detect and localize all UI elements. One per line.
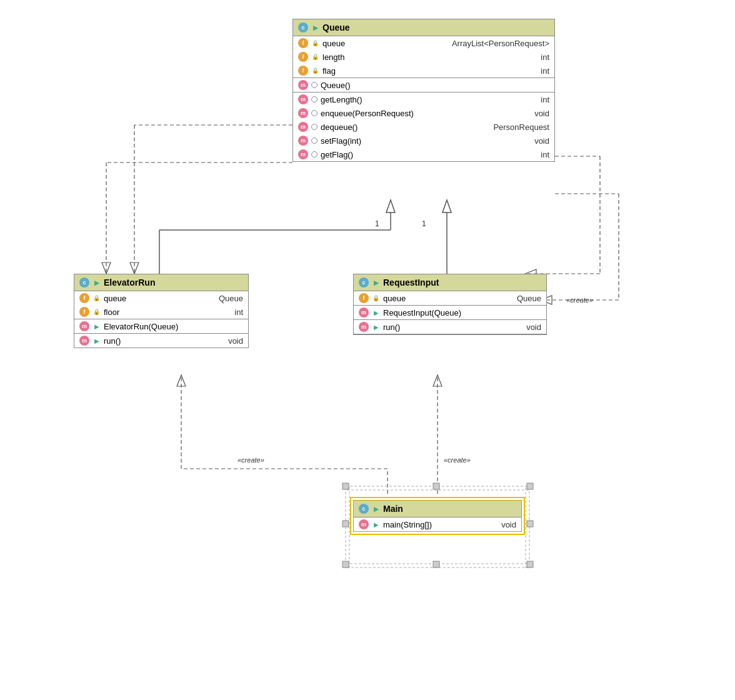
- field-lock-icon: 🔒: [92, 308, 101, 316]
- requestinput-class-header: c ▶ RequestInput: [354, 274, 546, 291]
- method-open-icon: [311, 124, 318, 130]
- elevatorrun-class-title: ElevatorRun: [104, 278, 155, 288]
- method-m-icon: m: [298, 149, 308, 159]
- svg-marker-31: [433, 375, 442, 386]
- method-m-icon: m: [298, 94, 308, 104]
- elevatorrun-field-queue: f 🔒 queue Queue: [74, 291, 248, 305]
- method-name: main(String[]): [383, 520, 498, 529]
- svg-rect-36: [346, 564, 529, 568]
- class-public-icon: ▶: [372, 505, 380, 513]
- elevatorrun-method-run: m ▶ run() void: [74, 334, 248, 348]
- svg-marker-13: [130, 262, 139, 274]
- method-name: Queue(): [321, 81, 546, 90]
- method-name: RequestInput(Queue): [383, 308, 538, 318]
- field-type: int: [541, 66, 549, 76]
- method-name: dequeue(): [321, 122, 490, 132]
- requestinput-constructor-section: m ▶ RequestInput(Queue): [354, 306, 546, 320]
- svg-marker-28: [177, 375, 186, 386]
- svg-text:1: 1: [422, 219, 426, 228]
- field-type: int: [541, 52, 549, 62]
- method-open-icon: [311, 110, 318, 116]
- method-type: void: [228, 336, 243, 346]
- field-lock-icon: 🔒: [311, 53, 319, 61]
- method-open-icon: [311, 151, 318, 158]
- elevatorrun-class-header: c ▶ ElevatorRun: [74, 274, 248, 291]
- method-green-icon: ▶: [372, 309, 380, 317]
- field-f-icon: f: [298, 38, 308, 48]
- field-name: queue: [383, 294, 514, 303]
- svg-marker-3: [386, 200, 395, 212]
- requestinput-class: c ▶ RequestInput f 🔒 queue Queue m ▶ Req…: [353, 274, 547, 335]
- queue-method-setflag: m setFlag(int) void: [293, 134, 554, 148]
- method-type: void: [534, 109, 549, 118]
- main-methods-section: m ▶ main(String[]) void: [354, 518, 521, 531]
- create-stereotype-label: «create»: [566, 296, 593, 304]
- svg-rect-34: [346, 486, 349, 568]
- field-type: ArrayList<PersonRequest>: [452, 39, 549, 48]
- method-name: getFlag(): [321, 150, 538, 159]
- elevatorrun-class: c ▶ ElevatorRun f 🔒 queue Queue f 🔒 floo…: [74, 274, 249, 348]
- field-lock-icon: 🔒: [311, 67, 319, 75]
- field-lock-icon: 🔒: [372, 294, 380, 302]
- method-name: setFlag(int): [321, 136, 531, 146]
- method-name: run(): [383, 322, 523, 332]
- queue-class-title: Queue: [322, 22, 350, 32]
- class-public-icon: ▶: [372, 279, 380, 287]
- svg-rect-38: [527, 483, 533, 489]
- field-type: int: [234, 308, 243, 317]
- method-open-icon: [311, 96, 318, 102]
- svg-marker-8: [442, 200, 451, 212]
- queue-public-icon: ▶: [311, 24, 319, 32]
- class-c-icon: c: [359, 278, 369, 288]
- queue-methods-section: m getLength() int m enqueue(PersonReques…: [293, 92, 554, 161]
- queue-class-icon: c: [298, 22, 308, 32]
- svg-text:1: 1: [375, 219, 379, 228]
- queue-fields-section: f 🔒 queue ArrayList<PersonRequest> f 🔒 l…: [293, 36, 554, 78]
- method-type: int: [541, 95, 549, 104]
- method-name: run(): [104, 336, 225, 346]
- svg-text:«create»: «create»: [444, 456, 471, 464]
- method-m-icon: m: [298, 122, 308, 132]
- svg-rect-40: [527, 561, 533, 568]
- method-open-icon: [311, 138, 318, 144]
- main-class-header: c ▶ Main: [354, 501, 521, 518]
- method-green-icon: ▶: [372, 521, 380, 529]
- main-method-main: m ▶ main(String[]) void: [354, 518, 521, 531]
- diagram-container: 1 1 «create: [0, 0, 735, 700]
- queue-field-flag: f 🔒 flag int: [293, 64, 554, 78]
- requestinput-class-title: RequestInput: [383, 278, 439, 288]
- field-lock-icon: 🔒: [92, 294, 101, 302]
- requestinput-fields-section: f 🔒 queue Queue: [354, 291, 546, 306]
- queue-method-getflag: m getFlag() int: [293, 148, 554, 161]
- class-public-icon: ▶: [92, 279, 101, 287]
- field-f-icon: f: [79, 307, 89, 317]
- queue-method-enqueue: m enqueue(PersonRequest) void: [293, 106, 554, 120]
- svg-rect-33: [346, 486, 529, 490]
- method-m-icon: m: [359, 308, 369, 318]
- elevatorrun-constructor-section: m ▶ ElevatorRun(Queue): [74, 319, 248, 334]
- main-class: c ▶ Main m ▶ main(String[]) void: [353, 500, 522, 532]
- field-name: length: [322, 52, 538, 62]
- method-m-icon: m: [298, 108, 308, 118]
- method-name: getLength(): [321, 95, 538, 104]
- svg-rect-35: [526, 486, 529, 568]
- requestinput-field-queue: f 🔒 queue Queue: [354, 291, 546, 305]
- field-name: queue: [322, 39, 449, 48]
- queue-field-queue: f 🔒 queue ArrayList<PersonRequest>: [293, 36, 554, 50]
- queue-class: c ▶ Queue f 🔒 queue ArrayList<PersonRequ…: [292, 19, 555, 162]
- method-open-icon: [311, 82, 318, 88]
- method-type: int: [541, 150, 549, 159]
- requestinput-method-run: m ▶ run() void: [354, 320, 546, 334]
- field-type: Queue: [517, 294, 541, 303]
- method-name: ElevatorRun(Queue): [104, 322, 240, 331]
- field-f-icon: f: [298, 52, 308, 62]
- svg-marker-16: [102, 262, 111, 274]
- method-m-icon: m: [359, 519, 369, 529]
- method-type: void: [534, 136, 549, 146]
- method-type: void: [526, 322, 541, 332]
- queue-constructor-section: m Queue(): [293, 78, 554, 92]
- method-name: enqueue(PersonRequest): [321, 109, 531, 118]
- method-green-icon: ▶: [92, 322, 101, 331]
- requestinput-methods-section: m ▶ run() void: [354, 320, 546, 334]
- svg-rect-44: [527, 521, 533, 527]
